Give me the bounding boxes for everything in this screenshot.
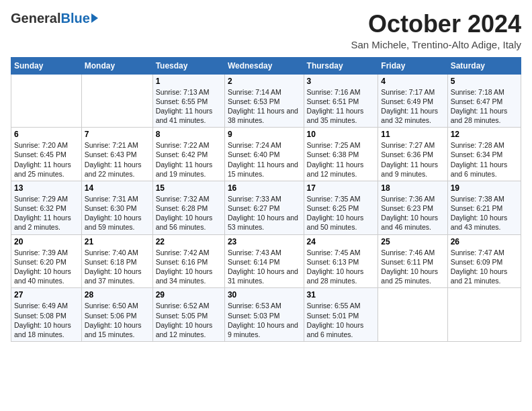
calendar-cell: 26Sunrise: 7:47 AM Sunset: 6:09 PM Dayli… (447, 234, 521, 288)
calendar-cell: 22Sunrise: 7:42 AM Sunset: 6:16 PM Dayli… (152, 234, 224, 288)
calendar-cell: 6Sunrise: 7:20 AM Sunset: 6:45 PM Daylig… (11, 128, 82, 181)
calendar-page: GeneralBlue October 2024 San Michele, Tr… (0, 0, 532, 349)
day-number: 31 (307, 290, 375, 300)
day-info: Sunrise: 7:45 AM Sunset: 6:13 PM Dayligh… (307, 248, 375, 286)
day-number: 14 (85, 183, 150, 193)
calendar-table: SundayMondayTuesdayWednesdayThursdayFrid… (11, 57, 521, 342)
day-info: Sunrise: 7:25 AM Sunset: 6:38 PM Dayligh… (307, 140, 375, 179)
calendar-cell: 27Sunrise: 6:49 AM Sunset: 5:08 PM Dayli… (11, 288, 82, 342)
day-header-sunday: Sunday (11, 57, 82, 74)
day-number: 12 (451, 130, 518, 139)
day-info: Sunrise: 7:40 AM Sunset: 6:18 PM Dayligh… (85, 248, 150, 286)
day-info: Sunrise: 7:39 AM Sunset: 6:20 PM Dayligh… (14, 248, 79, 286)
week-row-5: 27Sunrise: 6:49 AM Sunset: 5:08 PM Dayli… (11, 288, 521, 342)
calendar-cell: 30Sunrise: 6:53 AM Sunset: 5:03 PM Dayli… (224, 288, 304, 342)
day-header-tuesday: Tuesday (152, 57, 224, 74)
day-number: 9 (228, 130, 301, 139)
day-header-monday: Monday (81, 57, 152, 74)
day-info: Sunrise: 7:33 AM Sunset: 6:27 PM Dayligh… (228, 194, 301, 232)
day-info: Sunrise: 7:17 AM Sunset: 6:49 PM Dayligh… (381, 87, 444, 126)
day-info: Sunrise: 7:21 AM Sunset: 6:43 PM Dayligh… (85, 140, 150, 179)
day-info: Sunrise: 7:32 AM Sunset: 6:28 PM Dayligh… (156, 194, 222, 232)
day-number: 24 (307, 237, 375, 246)
day-info: Sunrise: 7:24 AM Sunset: 6:40 PM Dayligh… (228, 140, 301, 179)
day-info: Sunrise: 7:35 AM Sunset: 6:25 PM Dayligh… (307, 194, 375, 232)
day-info: Sunrise: 7:27 AM Sunset: 6:36 PM Dayligh… (381, 140, 444, 179)
day-number: 8 (156, 130, 222, 139)
day-info: Sunrise: 7:22 AM Sunset: 6:42 PM Dayligh… (156, 140, 222, 179)
day-number: 5 (451, 77, 518, 86)
day-header-wednesday: Wednesday (224, 57, 304, 74)
calendar-cell: 12Sunrise: 7:28 AM Sunset: 6:34 PM Dayli… (447, 128, 521, 181)
day-info: Sunrise: 7:29 AM Sunset: 6:32 PM Dayligh… (14, 194, 79, 232)
day-number: 4 (381, 77, 444, 86)
day-info: Sunrise: 7:43 AM Sunset: 6:14 PM Dayligh… (228, 248, 301, 286)
calendar-cell: 2Sunrise: 7:14 AM Sunset: 6:53 PM Daylig… (224, 74, 304, 128)
day-info: Sunrise: 7:13 AM Sunset: 6:55 PM Dayligh… (156, 87, 222, 126)
calendar-cell: 18Sunrise: 7:36 AM Sunset: 6:23 PM Dayli… (378, 181, 447, 234)
day-info: Sunrise: 7:46 AM Sunset: 6:11 PM Dayligh… (381, 248, 444, 286)
day-info: Sunrise: 7:31 AM Sunset: 6:30 PM Dayligh… (85, 194, 150, 232)
day-info: Sunrise: 7:16 AM Sunset: 6:51 PM Dayligh… (307, 87, 375, 126)
day-number: 18 (381, 183, 444, 193)
week-row-1: 1Sunrise: 7:13 AM Sunset: 6:55 PM Daylig… (11, 74, 521, 128)
day-info: Sunrise: 6:52 AM Sunset: 5:05 PM Dayligh… (156, 301, 222, 339)
calendar-cell: 8Sunrise: 7:22 AM Sunset: 6:42 PM Daylig… (152, 128, 224, 181)
calendar-cell: 9Sunrise: 7:24 AM Sunset: 6:40 PM Daylig… (224, 128, 304, 181)
calendar-cell (447, 288, 521, 342)
calendar-cell: 25Sunrise: 7:46 AM Sunset: 6:11 PM Dayli… (378, 234, 447, 288)
calendar-cell: 16Sunrise: 7:33 AM Sunset: 6:27 PM Dayli… (224, 181, 304, 234)
logo-blue: Blue (60, 11, 89, 26)
day-info: Sunrise: 6:53 AM Sunset: 5:03 PM Dayligh… (228, 301, 301, 339)
calendar-cell: 29Sunrise: 6:52 AM Sunset: 5:05 PM Dayli… (152, 288, 224, 342)
day-number: 19 (451, 183, 518, 193)
day-number: 7 (85, 130, 150, 139)
day-info: Sunrise: 7:36 AM Sunset: 6:23 PM Dayligh… (381, 194, 444, 232)
logo: GeneralBlue (11, 11, 98, 26)
day-number: 15 (156, 183, 222, 193)
week-row-2: 6Sunrise: 7:20 AM Sunset: 6:45 PM Daylig… (11, 128, 521, 181)
day-info: Sunrise: 7:38 AM Sunset: 6:21 PM Dayligh… (451, 194, 518, 232)
calendar-cell: 23Sunrise: 7:43 AM Sunset: 6:14 PM Dayli… (224, 234, 304, 288)
day-number: 13 (14, 183, 79, 193)
day-number: 16 (228, 183, 301, 193)
day-info: Sunrise: 7:28 AM Sunset: 6:34 PM Dayligh… (451, 140, 518, 179)
logo-general: General (11, 11, 60, 26)
calendar-cell: 17Sunrise: 7:35 AM Sunset: 6:25 PM Dayli… (304, 181, 378, 234)
day-number: 10 (307, 130, 375, 139)
calendar-cell: 20Sunrise: 7:39 AM Sunset: 6:20 PM Dayli… (11, 234, 82, 288)
calendar-cell: 13Sunrise: 7:29 AM Sunset: 6:32 PM Dayli… (11, 181, 82, 234)
month-title: October 2024 (351, 11, 521, 38)
day-header-friday: Friday (378, 57, 447, 74)
calendar-cell: 4Sunrise: 7:17 AM Sunset: 6:49 PM Daylig… (378, 74, 447, 128)
calendar-cell: 21Sunrise: 7:40 AM Sunset: 6:18 PM Dayli… (81, 234, 152, 288)
header: GeneralBlue October 2024 San Michele, Tr… (11, 11, 521, 50)
calendar-cell: 3Sunrise: 7:16 AM Sunset: 6:51 PM Daylig… (304, 74, 378, 128)
calendar-cell (11, 74, 82, 128)
calendar-cell: 5Sunrise: 7:18 AM Sunset: 6:47 PM Daylig… (447, 74, 521, 128)
calendar-cell: 14Sunrise: 7:31 AM Sunset: 6:30 PM Dayli… (81, 181, 152, 234)
day-info: Sunrise: 6:55 AM Sunset: 5:01 PM Dayligh… (307, 301, 375, 339)
calendar-cell: 11Sunrise: 7:27 AM Sunset: 6:36 PM Dayli… (378, 128, 447, 181)
day-number: 2 (228, 77, 301, 86)
day-number: 25 (381, 237, 444, 246)
day-info: Sunrise: 7:20 AM Sunset: 6:45 PM Dayligh… (14, 140, 79, 179)
calendar-cell: 31Sunrise: 6:55 AM Sunset: 5:01 PM Dayli… (304, 288, 378, 342)
day-number: 6 (14, 130, 79, 139)
day-info: Sunrise: 7:42 AM Sunset: 6:16 PM Dayligh… (156, 248, 222, 286)
day-number: 30 (228, 290, 301, 300)
calendar-cell (378, 288, 447, 342)
day-info: Sunrise: 6:50 AM Sunset: 5:06 PM Dayligh… (85, 301, 150, 339)
calendar-cell: 24Sunrise: 7:45 AM Sunset: 6:13 PM Dayli… (304, 234, 378, 288)
logo-arrow-icon (91, 13, 98, 23)
day-number: 27 (14, 290, 79, 300)
location: San Michele, Trentino-Alto Adige, Italy (351, 39, 521, 50)
calendar-cell (81, 74, 152, 128)
day-info: Sunrise: 7:18 AM Sunset: 6:47 PM Dayligh… (451, 87, 518, 126)
week-row-3: 13Sunrise: 7:29 AM Sunset: 6:32 PM Dayli… (11, 181, 521, 234)
day-info: Sunrise: 7:14 AM Sunset: 6:53 PM Dayligh… (228, 87, 301, 126)
day-number: 22 (156, 237, 222, 246)
header-row: SundayMondayTuesdayWednesdayThursdayFrid… (11, 57, 521, 74)
day-header-thursday: Thursday (304, 57, 378, 74)
day-number: 20 (14, 237, 79, 246)
